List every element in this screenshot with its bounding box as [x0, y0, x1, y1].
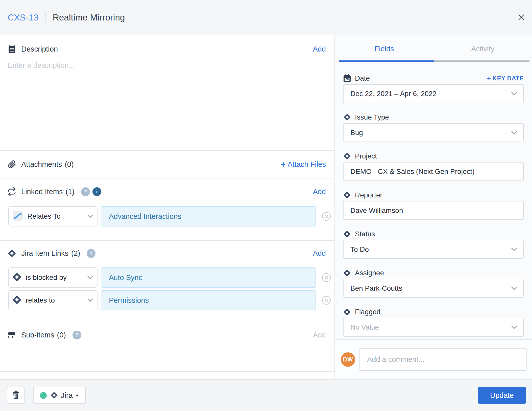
delete-button[interactable] — [7, 387, 25, 404]
help-icon[interactable]: ? — [87, 249, 95, 258]
issue-side-panel: Fields Activity 05 Date — [334, 35, 532, 379]
key-date-label: KEY DATE — [493, 75, 524, 82]
chevron-down-icon — [511, 287, 517, 290]
calendar-icon: 05 — [343, 74, 351, 83]
issue-type-select[interactable]: Bug — [343, 123, 524, 142]
chevron-down-icon — [87, 299, 93, 302]
jira-item-links-title: Jira Item Links — [21, 249, 68, 258]
jira-relation-select[interactable]: is blocked by — [8, 267, 98, 288]
tab-underline — [339, 60, 529, 62]
jira-link-name: Auto Sync — [109, 273, 142, 282]
attachments-title: Attachments — [21, 160, 62, 169]
description-add-button[interactable]: Add — [313, 45, 326, 53]
description-notepad-icon — [7, 44, 17, 54]
jira-diamond-icon — [343, 269, 351, 277]
linked-items-count: (1) — [65, 188, 74, 196]
jira-diamond-icon — [343, 113, 351, 121]
relation-label: relates to — [26, 296, 55, 304]
field-project: Project DEMO - CX & Sales (Next Gen Proj… — [343, 152, 524, 181]
chevron-down-icon — [511, 248, 517, 251]
linked-items-icon — [7, 187, 17, 196]
linked-items-title: Linked Items — [21, 188, 63, 196]
linked-items-section: Linked Items (1) ? i Add Re — [0, 186, 334, 241]
project-field: DEMO - CX & Sales (Next Gen Project) — [343, 162, 524, 181]
footer-bar: Jira ▼ Update — [0, 379, 532, 411]
modal-header: CXS-13 Realtime Mirroring — [0, 0, 532, 35]
reporter-field: Dave Williamson — [343, 201, 524, 220]
jira-diamond-icon — [343, 308, 351, 316]
comment-input[interactable] — [359, 348, 527, 371]
field-flagged: Flagged No Value — [343, 308, 524, 337]
close-button[interactable] — [517, 13, 526, 22]
status-select[interactable]: To Do — [343, 240, 524, 259]
update-button[interactable]: Update — [478, 387, 526, 404]
relation-label: is blocked by — [26, 273, 67, 282]
linked-item-name: Advanced Interactions — [109, 212, 181, 221]
chevron-down-icon — [87, 276, 93, 279]
jira-link-name: Permissions — [109, 296, 149, 305]
tab-fields[interactable]: Fields — [335, 35, 433, 62]
relation-curve-icon — [12, 210, 23, 222]
sync-status-dot — [40, 392, 47, 399]
tab-underline-active — [339, 60, 434, 62]
attach-files-button[interactable]: + Attach Files — [281, 160, 326, 169]
jira-relation-select[interactable]: relates to — [8, 290, 98, 310]
field-date: 05 Date + KEY DATE Dec 22, 2021 – Apr 6,… — [343, 75, 524, 103]
assignee-label: Assignee — [355, 269, 384, 277]
trash-icon — [12, 391, 20, 400]
issue-key[interactable]: CXS-13 — [8, 12, 39, 22]
sub-items-section: Sub-items (0) ? Add — [0, 329, 334, 372]
panel-tabs: Fields Activity — [335, 35, 532, 62]
assignee-value: Ben Park-Coutts — [350, 284, 508, 292]
jira-diamond-icon — [7, 249, 17, 258]
linked-items-add-button[interactable]: Add — [313, 188, 326, 196]
jira-link-row: relates to Permissions — [8, 290, 331, 310]
relation-label: Relates To — [27, 212, 61, 220]
chevron-down-icon — [87, 215, 93, 218]
date-value: Dec 22, 2021 – Apr 6, 2022 — [350, 90, 508, 98]
jira-label: Jira — [61, 391, 73, 400]
attachments-count: (0) — [65, 160, 74, 169]
remove-jira-link-button[interactable] — [322, 295, 331, 305]
jira-item-links-count: (2) — [71, 249, 80, 258]
remove-jira-link-button[interactable] — [322, 273, 331, 282]
chevron-down-icon — [511, 326, 517, 329]
jira-diamond-icon — [343, 230, 351, 238]
status-label: Status — [355, 230, 375, 238]
plus-icon: + — [487, 75, 491, 82]
attach-files-label: Attach Files — [288, 160, 326, 169]
help-icon[interactable]: ? — [81, 187, 90, 196]
issue-type-label: Issue Type — [355, 113, 389, 121]
jira-integration-dropdown[interactable]: Jira ▼ — [33, 387, 86, 404]
date-label: Date — [355, 74, 370, 82]
jira-link-chip[interactable]: Auto Sync — [101, 267, 316, 288]
issue-type-value: Bug — [350, 129, 508, 137]
description-section: Description Add Enter a description... — [0, 43, 334, 151]
field-status: Status To Do — [343, 230, 524, 259]
jira-diamond-icon — [343, 191, 351, 199]
info-icon[interactable]: i — [92, 187, 101, 196]
flagged-placeholder: No Value — [350, 323, 508, 331]
assignee-select[interactable]: Ben Park-Coutts — [343, 279, 524, 298]
linked-item-chip[interactable]: Advanced Interactions — [101, 206, 316, 226]
remove-linked-item-button[interactable] — [322, 212, 331, 221]
jira-link-chip[interactable]: Permissions — [101, 290, 316, 310]
date-select[interactable]: Dec 22, 2021 – Apr 6, 2022 — [343, 84, 524, 103]
relation-select[interactable]: Relates To — [8, 206, 98, 226]
jira-diamond-icon — [12, 272, 22, 283]
flagged-select[interactable]: No Value — [343, 318, 524, 337]
field-assignee: Assignee Ben Park-Coutts — [343, 269, 524, 298]
sub-items-title: Sub-items — [21, 331, 54, 339]
description-title: Description — [21, 45, 58, 53]
help-icon[interactable]: ? — [72, 331, 81, 339]
description-input[interactable]: Enter a description... — [8, 61, 326, 70]
sub-items-count: (0) — [57, 331, 66, 339]
status-value: To Do — [350, 245, 508, 254]
jira-item-links-section: Jira Item Links (2) ? Add is blocked by — [0, 248, 334, 322]
add-key-date-button[interactable]: + KEY DATE — [487, 75, 524, 82]
linked-item-row: Relates To Advanced Interactions — [8, 206, 331, 226]
issue-title[interactable]: Realtime Mirroring — [53, 12, 125, 22]
tab-activity[interactable]: Activity — [433, 35, 532, 62]
jira-diamond-icon — [12, 295, 22, 306]
jira-links-add-button[interactable]: Add — [313, 249, 326, 258]
